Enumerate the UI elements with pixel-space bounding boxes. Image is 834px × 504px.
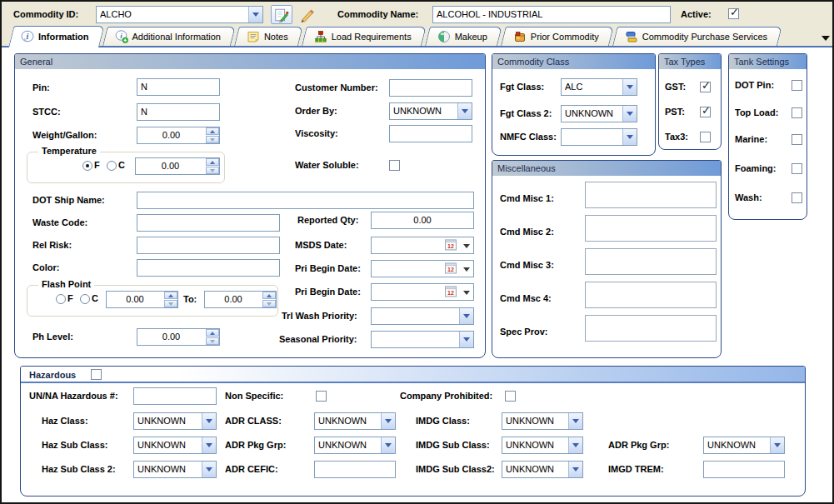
non-specific-checkbox[interactable] — [316, 391, 327, 402]
rel-risk-input[interactable] — [137, 237, 280, 254]
cmd-msc4-input[interactable] — [585, 282, 717, 308]
pst-checkbox[interactable] — [700, 107, 711, 117]
haz-sub-class2-dropdown[interactable]: UNKNOWN — [133, 461, 217, 478]
color-input[interactable] — [137, 259, 280, 277]
tax3-checkbox[interactable] — [700, 132, 711, 142]
pri-begin-date1-picker[interactable]: 12 — [371, 260, 474, 277]
active-checkbox[interactable] — [728, 8, 739, 19]
haz-sub-class2-value: UNKNOWN — [137, 462, 200, 477]
temperature-c-label: C — [118, 157, 125, 174]
spin-up-icon[interactable] — [206, 127, 219, 135]
spin-up-icon[interactable] — [262, 292, 276, 299]
pri-begin-date2-picker[interactable]: 12 — [371, 283, 474, 301]
dot-pin-checkbox[interactable] — [792, 80, 802, 91]
adr-pkg-grp2-dropdown[interactable]: UNKNOWN — [703, 437, 785, 454]
commodity-name-input[interactable]: ALCOHOL - INDUSTRIAL — [432, 6, 671, 23]
temperature-c-radio[interactable] — [107, 161, 117, 171]
flash-point-to-stepper[interactable]: 0.00 — [204, 291, 277, 308]
adr-pkg-grp-dropdown[interactable]: UNKNOWN — [314, 437, 396, 454]
haz-class-dropdown[interactable]: UNKNOWN — [133, 412, 217, 430]
tab-makeup[interactable]: Makeup — [425, 27, 497, 46]
pin-input[interactable]: N — [137, 78, 220, 96]
reported-qty-label: Reported Qty: — [297, 212, 358, 229]
weight-gallon-stepper[interactable]: 0.00 — [137, 127, 220, 144]
dot-ship-name-input[interactable] — [137, 192, 474, 209]
spec-prov-input[interactable] — [585, 315, 717, 342]
cmd-misc1-input[interactable] — [585, 182, 717, 208]
trl-wash-priority-label: Trl Wash Priority: — [282, 307, 357, 325]
order-by-dropdown[interactable]: UNKNOWN — [389, 102, 472, 120]
tab-notes[interactable]: Notes — [234, 27, 298, 46]
tab-additional-information[interactable]: i Additional Information — [102, 27, 231, 46]
flash-point-c-radio[interactable] — [80, 294, 90, 304]
commodity-id-combobox[interactable]: ALCHO — [96, 6, 263, 23]
calendar-icon: 12 — [445, 239, 457, 251]
tab-load-requirements[interactable]: Load Requirements — [302, 27, 422, 46]
un-na-hazardous-input[interactable] — [133, 387, 217, 405]
top-load-label: Top Load: — [735, 104, 778, 122]
water-soluble-label: Water Soluble: — [295, 157, 359, 174]
water-soluble-checkbox[interactable] — [389, 160, 400, 171]
seasonal-priority-dropdown[interactable] — [371, 331, 474, 348]
tax3-label: Tax3: — [665, 128, 688, 146]
gst-checkbox[interactable] — [700, 82, 711, 92]
cmd-misc2-input[interactable] — [585, 215, 717, 242]
company-prohibited-checkbox[interactable] — [505, 391, 516, 402]
msds-date-picker[interactable]: 12 — [371, 237, 474, 254]
tab-information[interactable]: i Information — [8, 26, 99, 47]
flash-point-from-stepper[interactable]: 0.00 — [106, 291, 178, 308]
spin-down-icon[interactable] — [164, 300, 177, 307]
haz-sub-class-dropdown[interactable]: UNKNOWN — [133, 437, 217, 454]
temperature-f-radio[interactable] — [82, 161, 92, 171]
temperature-stepper[interactable]: 0.00 — [135, 157, 220, 175]
imdg-sub-class-label: IMDG Sub Class: — [416, 437, 490, 454]
calendar-icon: 12 — [445, 262, 457, 274]
spin-down-icon[interactable] — [206, 337, 219, 345]
spin-up-icon[interactable] — [164, 292, 177, 299]
dot-ship-name-label: DOT Ship Name: — [32, 192, 105, 209]
spin-down-icon[interactable] — [206, 136, 219, 143]
info-icon: i — [21, 30, 34, 43]
imdg-sub-class-dropdown[interactable]: UNKNOWN — [502, 437, 583, 454]
foaming-checkbox[interactable] — [792, 163, 802, 174]
general-group-header: General — [15, 54, 485, 69]
pencil-button[interactable] — [297, 6, 315, 23]
chevron-down-icon — [248, 7, 262, 22]
spin-up-icon[interactable] — [206, 329, 219, 337]
imgd-trem-input[interactable] — [703, 461, 785, 478]
flash-point-f-label: F — [67, 290, 73, 307]
svg-text:12: 12 — [447, 290, 454, 296]
marine-checkbox[interactable] — [792, 134, 802, 145]
spin-down-icon[interactable] — [262, 300, 276, 307]
imdg-class-dropdown[interactable]: UNKNOWN — [502, 412, 583, 430]
trl-wash-priority-dropdown[interactable] — [371, 307, 474, 325]
fgt-class2-dropdown[interactable]: UNKNOWN — [561, 105, 637, 122]
ph-level-stepper[interactable]: 0.00 — [137, 328, 220, 346]
cmd-misc3-input[interactable] — [585, 248, 717, 275]
fgt-class-dropdown[interactable]: ALC — [561, 78, 637, 96]
flash-point-f-radio[interactable] — [56, 294, 66, 304]
adr-pkg-grp-label: ADR Pkg Grp: — [225, 437, 286, 454]
adr-class-dropdown[interactable]: UNKNOWN — [314, 412, 396, 430]
top-load-checkbox[interactable] — [792, 107, 802, 118]
hazardous-checkbox[interactable] — [91, 369, 102, 380]
reported-qty-input[interactable]: 0.00 — [371, 212, 474, 229]
customer-number-input[interactable] — [389, 79, 472, 97]
spin-down-icon[interactable] — [206, 167, 219, 174]
stcc-input[interactable]: N — [137, 103, 220, 121]
tab-commodity-purchase-services[interactable]: Commodity Purchase Services — [612, 27, 777, 46]
chevron-down-icon — [463, 291, 470, 295]
spin-up-icon[interactable] — [206, 158, 219, 166]
spec-prov-label: Spec Prov: — [500, 323, 547, 341]
edit-commodity-button[interactable] — [271, 5, 292, 24]
adr-cefic-input[interactable] — [314, 461, 396, 478]
waste-code-input[interactable] — [137, 214, 280, 232]
wash-checkbox[interactable] — [792, 192, 802, 203]
viscosity-input[interactable] — [389, 125, 472, 142]
tab-prior-commodity[interactable]: Prior Commodity — [501, 27, 609, 46]
nmfc-class-dropdown[interactable] — [561, 128, 637, 146]
chevron-down-icon — [202, 437, 216, 453]
chevron-down-icon[interactable] — [822, 36, 830, 41]
imdg-sub-class2-dropdown[interactable]: UNKNOWN — [502, 461, 583, 478]
chevron-down-icon — [568, 462, 582, 477]
